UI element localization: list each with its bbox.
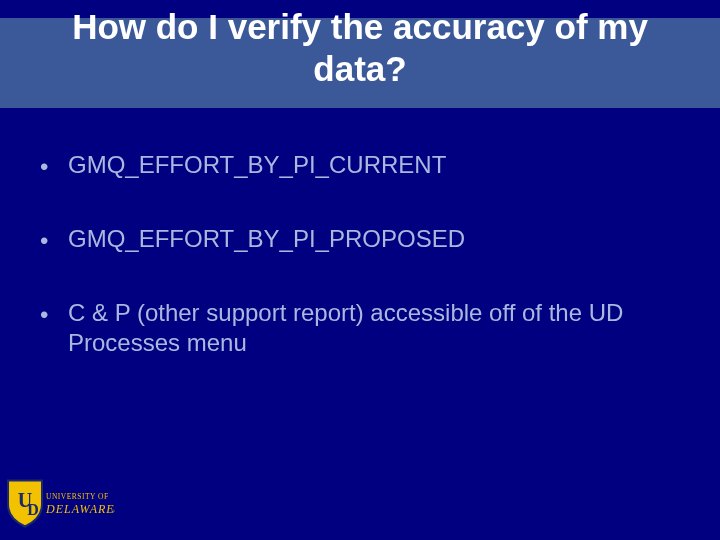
slide: How do I verify the accuracy of my data?… [0, 0, 720, 540]
slide-title: How do I verify the accuracy of my data? [0, 6, 720, 90]
list-item: • C & P (other support report) accessibl… [40, 298, 680, 358]
bullet-text: C & P (other support report) accessible … [68, 298, 680, 358]
logo-line2: DELAWARE [45, 502, 115, 516]
logo-line1: UNIVERSITY OF [46, 492, 109, 501]
slide-body: • GMQ_EFFORT_BY_PI_CURRENT • GMQ_EFFORT_… [40, 150, 680, 400]
bullet-icon: • [40, 150, 68, 182]
university-logo: U D UNIVERSITY OF DELAWARE ® [6, 478, 126, 534]
bullet-text: GMQ_EFFORT_BY_PI_PROPOSED [68, 224, 680, 254]
svg-text:®: ® [111, 509, 115, 514]
svg-text:D: D [27, 501, 39, 518]
list-item: • GMQ_EFFORT_BY_PI_CURRENT [40, 150, 680, 182]
bullet-text: GMQ_EFFORT_BY_PI_CURRENT [68, 150, 680, 180]
bullet-icon: • [40, 298, 68, 330]
bullet-icon: • [40, 224, 68, 256]
list-item: • GMQ_EFFORT_BY_PI_PROPOSED [40, 224, 680, 256]
